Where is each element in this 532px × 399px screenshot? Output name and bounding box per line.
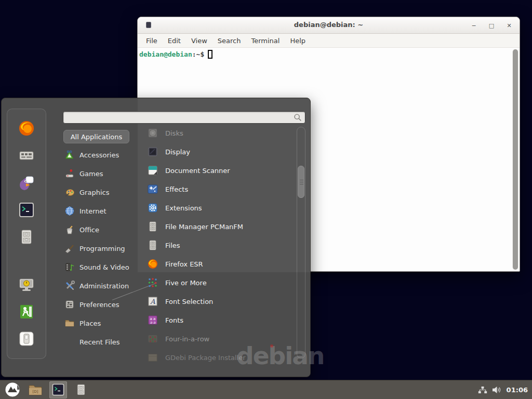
gdebi-package-icon — [147, 352, 158, 363]
category-sound-video[interactable]: Sound & Video — [62, 258, 140, 276]
app-item-effects[interactable]: Effects — [140, 180, 297, 198]
terminal-icon — [18, 202, 35, 218]
app-item-firefox-esr[interactable]: Firefox ESR — [140, 255, 297, 273]
games-icon — [64, 168, 75, 179]
lock-screen-icon — [18, 276, 35, 293]
menu-search-bar — [63, 111, 305, 124]
app-item-file-manager-pcmanfm[interactable]: File Manager PCManFM — [140, 217, 297, 236]
prompt-user-host: debian@debian — [139, 50, 192, 58]
terminal-scrollbar[interactable] — [512, 49, 518, 270]
effects-icon — [147, 183, 158, 195]
sound-video-icon — [64, 262, 75, 272]
svg-text:[D]: [D] — [33, 390, 38, 394]
accessories-icon — [64, 150, 75, 160]
internet-icon — [64, 206, 75, 216]
svg-text:A: A — [150, 298, 155, 305]
app-item-display[interactable]: Display — [140, 142, 297, 161]
file-cabinet-icon — [75, 382, 87, 397]
favorite-shut-down[interactable] — [18, 330, 35, 347]
taskbar-terminal-button[interactable] — [49, 381, 67, 398]
firefox-icon — [18, 120, 35, 137]
log-out-icon — [18, 303, 35, 320]
maximize-button[interactable]: □ — [488, 22, 495, 29]
file-cabinet-icon — [147, 221, 158, 232]
category-administration[interactable]: Administration — [62, 276, 140, 295]
menu-button[interactable] — [4, 381, 21, 398]
menu-view[interactable]: View — [186, 35, 212, 46]
app-item-five-or-more[interactable]: Five or More — [140, 273, 297, 292]
search-icon — [293, 113, 302, 122]
places-folder-icon — [64, 318, 75, 328]
favorite-terminal[interactable] — [18, 202, 35, 218]
file-cabinet-icon — [18, 229, 35, 245]
category-accessories[interactable]: Accessories — [62, 145, 140, 164]
font-selection-icon: A — [147, 296, 158, 307]
terminal-scrollbar-thumb[interactable] — [513, 49, 518, 270]
application-menu: debian — [1, 98, 311, 377]
clock[interactable]: 01:06 — [507, 386, 528, 394]
favorite-lock-screen[interactable] — [18, 276, 35, 293]
shell-prompt: debian@debian:~$ — [139, 50, 212, 59]
minimize-button[interactable]: − — [471, 22, 477, 29]
taskbar-cabinet-button[interactable] — [72, 381, 90, 398]
menu-logo-icon — [5, 382, 20, 397]
prompt-path: :~$ — [192, 50, 204, 58]
category-preferences[interactable]: Preferences — [62, 295, 140, 314]
app-item-fonts[interactable]: a a a a Fonts — [140, 311, 297, 329]
network-icon[interactable] — [478, 385, 487, 394]
terminal-cursor — [208, 50, 212, 59]
category-games[interactable]: Games — [62, 164, 140, 183]
document-scanner-icon — [147, 165, 158, 176]
app-item-four-in-a-row[interactable]: Four-in-a-row — [140, 329, 297, 348]
scrollbar-grip — [300, 180, 303, 180]
app-item-font-selection[interactable]: A Font Selection — [140, 292, 297, 311]
category-programming[interactable]: Programming — [62, 239, 140, 258]
app-item-document-scanner[interactable]: Document Scanner — [140, 161, 297, 180]
favorite-firefox[interactable] — [18, 120, 35, 137]
category-places[interactable]: Places — [62, 314, 140, 332]
menu-help[interactable]: Help — [285, 35, 311, 46]
keyboard-icon — [18, 147, 35, 164]
volume-icon[interactable] — [492, 385, 502, 394]
category-graphics[interactable]: Graphics — [62, 183, 140, 202]
terminal-icon — [51, 383, 65, 396]
favorite-log-out[interactable] — [18, 303, 35, 320]
terminal-menubar: File Edit View Search Terminal Help — [138, 34, 520, 48]
close-button[interactable]: ✕ — [506, 22, 512, 29]
graphics-icon — [64, 187, 75, 197]
fonts-icon: a a a a — [147, 314, 158, 326]
favorite-pidgin[interactable] — [18, 175, 35, 191]
taskbar-file-manager-button[interactable]: [D] — [26, 381, 44, 398]
category-internet[interactable]: Internet — [62, 202, 140, 220]
app-item-extensions[interactable]: Extensions — [140, 198, 297, 217]
file-cabinet-icon — [147, 240, 158, 251]
terminal-titlebar[interactable]: debian@debian: ~ − □ ✕ — [138, 17, 520, 34]
menu-search[interactable]: Search — [212, 35, 246, 46]
menu-edit[interactable]: Edit — [163, 35, 186, 46]
programming-icon — [64, 243, 75, 254]
terminal-title: debian@debian: ~ — [138, 21, 520, 29]
menu-terminal[interactable]: Terminal — [246, 35, 285, 46]
menu-scrollbar-thumb[interactable] — [298, 166, 304, 198]
four-in-a-row-icon — [147, 333, 158, 344]
menu-scrollbar-track[interactable] — [297, 127, 305, 358]
disks-icon — [147, 127, 158, 139]
scrollbar-grip — [300, 182, 303, 182]
favorite-control-center[interactable] — [18, 147, 35, 164]
favorite-file-manager[interactable] — [18, 229, 35, 245]
app-item-gdebi[interactable]: GDebi Package Installer — [140, 348, 297, 367]
app-item-disks[interactable]: Disks — [140, 124, 297, 142]
folder-icon: [D] — [28, 383, 43, 396]
display-icon — [147, 146, 158, 157]
recent-files-spacer — [64, 337, 75, 347]
category-all-applications[interactable]: All Applications — [63, 130, 129, 143]
favorites-panel — [7, 109, 46, 359]
category-office[interactable]: Office — [62, 220, 140, 239]
firefox-icon — [147, 258, 158, 270]
category-recent-files[interactable]: Recent Files — [62, 332, 140, 351]
menu-search-input[interactable] — [63, 112, 293, 123]
five-or-more-icon — [147, 277, 158, 288]
app-item-files[interactable]: Files — [140, 236, 297, 255]
menu-file[interactable]: File — [141, 35, 163, 46]
office-icon — [64, 224, 75, 235]
